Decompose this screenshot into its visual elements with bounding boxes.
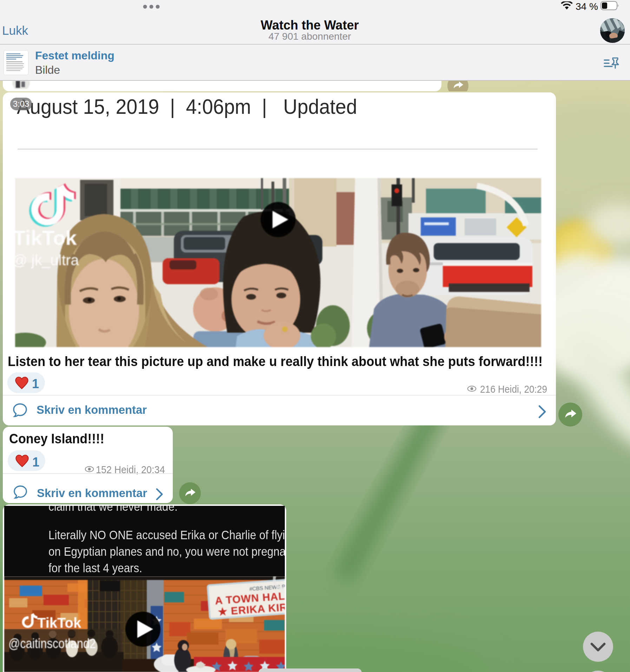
svg-text:TikTok: TikTok	[37, 615, 81, 631]
svg-text:@caitinscotland2: @caitinscotland2	[8, 636, 96, 651]
svg-text:TikTok: TikTok	[15, 226, 77, 249]
svg-text:@ jk_ultra: @ jk_ultra	[15, 252, 79, 268]
